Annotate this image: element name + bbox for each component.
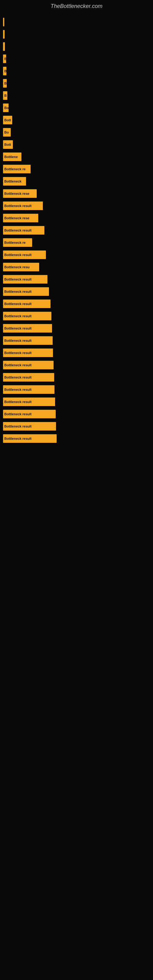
bar-row: Bo (3, 127, 150, 137)
bar-item: Bottleneck result (3, 250, 46, 259)
bar-item: Bottleneck re (3, 238, 32, 247)
bar-label: Bottleneck rese (4, 192, 29, 196)
bar-row: Bottleneck (3, 177, 150, 186)
bar-label: Bott (4, 143, 11, 146)
bar-row: Bottleneck result (3, 372, 150, 382)
bar-row: Bottleneck rese (3, 213, 150, 223)
bar-item: Bo (3, 128, 11, 137)
bar-item: Bottleneck result (3, 312, 51, 320)
bar-label: Bottleneck (4, 180, 21, 183)
bar-row: Bottleneck result (3, 434, 150, 444)
bar-row: Bottleneck result (3, 397, 150, 407)
bar-item: Bottleneck result (3, 422, 56, 431)
bar-row: Bottleneck re (3, 164, 150, 174)
bar-item: Bottleneck result (3, 226, 45, 235)
bar-row: Bottleneck result (3, 201, 150, 211)
bar-row: Bottleneck result (3, 311, 150, 321)
bar-item: Bottleneck result (3, 336, 53, 345)
bar-label: B (4, 57, 6, 60)
bar-label: Bottleneck result (4, 326, 32, 330)
bar-label: B (4, 94, 7, 97)
bars-container: BBBBBoBottBoBottBottleneBottleneck reBot… (0, 11, 153, 449)
bar-row: Bottleneck result (3, 286, 150, 296)
bar-item: Bottleneck result (3, 348, 53, 357)
bar-row: Bo (3, 103, 150, 113)
bar-item: Bottleneck rese (3, 214, 38, 222)
bar-row: Bottleneck result (3, 336, 150, 345)
bar-item: Bottleneck result (3, 373, 54, 382)
bar-row: Bottleneck rese (3, 189, 150, 199)
bar-label: Bottleneck result (4, 400, 32, 404)
bar-item: Bottleneck result (3, 275, 48, 283)
bar-row: B (3, 78, 150, 88)
bar-label: Bottleneck result (4, 375, 32, 379)
bar-item: Bottleneck result (3, 410, 56, 418)
bar-row: Bottleneck result (3, 323, 150, 333)
bar-row: Bott (3, 115, 150, 125)
bar-item: B (3, 91, 7, 100)
bar-item: Bottleneck result (3, 299, 51, 308)
bar-row (3, 17, 150, 27)
bar-item: Bottleneck result (3, 202, 43, 210)
bar-row (3, 41, 150, 51)
bar-item: Bottleneck result (3, 434, 57, 443)
bar-item: Bottleneck resu (3, 263, 39, 271)
bar-label: B (4, 81, 7, 85)
bar-item: Bottleneck result (3, 287, 49, 296)
bar-label: Bottleneck result (4, 437, 32, 441)
bar-label: Bottleneck result (4, 204, 32, 208)
bar-label: Bottleneck result (4, 412, 32, 416)
bar-label: Bottleneck result (4, 388, 32, 391)
bar-item: Bottleneck (3, 177, 26, 186)
bar-item: Bottlene (3, 153, 21, 161)
bar-row (3, 29, 150, 39)
bar-item: Bott (3, 116, 12, 124)
bar-item: Bottleneck result (3, 361, 54, 369)
bar-row: Bott (3, 140, 150, 150)
bar-row: B (3, 66, 150, 76)
bar-row: Bottleneck result (3, 422, 150, 431)
bar-label: Bottleneck result (4, 363, 32, 367)
bar-label: Bottleneck result (4, 351, 32, 355)
bar-item: Bottleneck result (3, 324, 52, 332)
bar-label: Bottleneck resu (4, 265, 30, 269)
bar-label: B (4, 69, 6, 73)
bar-label: Bottleneck result (4, 302, 32, 305)
bar-row: Bottleneck result (3, 409, 150, 419)
bar-label: Bottleneck result (4, 339, 32, 342)
bar-label: Bottleneck result (4, 277, 32, 281)
bar-item: Bottleneck re (3, 165, 30, 173)
bar-label: Bottleneck result (4, 314, 32, 318)
bar-item: Bottleneck rese (3, 189, 37, 198)
bar-row: Bottleneck result (3, 250, 150, 260)
bar-item (3, 42, 5, 51)
bar-row: Bottleneck result (3, 348, 150, 358)
bar-label: Bo (4, 106, 9, 110)
bar-label: Bottleneck result (4, 253, 32, 257)
bar-label: Bo (4, 130, 9, 134)
bar-item: Bottleneck result (3, 385, 54, 394)
bar-item (3, 18, 4, 26)
bar-row: Bottleneck result (3, 299, 150, 309)
bar-row: Bottlene (3, 152, 150, 162)
bar-label: Bottleneck result (4, 425, 32, 428)
bar-label: Bottleneck result (4, 290, 32, 293)
bar-label: Bott (4, 118, 11, 122)
site-title: TheBottlenecker.com (0, 0, 153, 11)
bar-row: Bottleneck resu (3, 262, 150, 272)
bar-label: Bottleneck result (4, 229, 32, 232)
bar-label: Bottleneck re (4, 241, 26, 244)
bar-row: Bottleneck result (3, 274, 150, 284)
bar-item: Bo (3, 103, 9, 112)
bar-item (3, 30, 5, 38)
bar-row: Bottleneck result (3, 360, 150, 370)
bar-label: Bottleneck re (4, 167, 26, 171)
bar-label: Bottleneck rese (4, 216, 29, 220)
bar-item: Bottleneck result (3, 398, 55, 406)
bar-row: Bottleneck result (3, 225, 150, 235)
bar-item: B (3, 54, 6, 63)
bar-item: B (3, 67, 6, 75)
bar-row: B (3, 54, 150, 64)
bar-row: B (3, 91, 150, 100)
bar-item: Bott (3, 140, 13, 149)
